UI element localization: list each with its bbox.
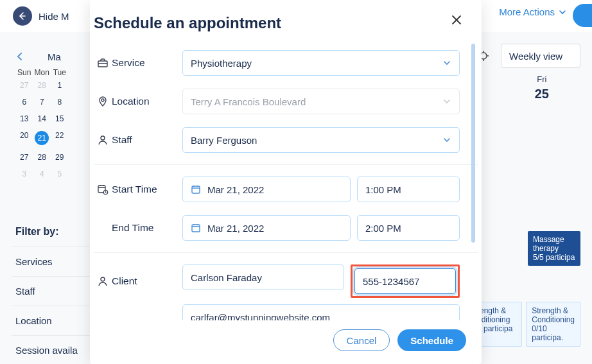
divider — [94, 164, 478, 165]
staff-label: Staff — [112, 134, 182, 146]
svg-rect-6 — [192, 186, 200, 193]
svg-point-8 — [101, 277, 105, 281]
start-date-value: Mar 21, 2022 — [207, 184, 264, 195]
client-name-field[interactable] — [191, 272, 336, 283]
staff-select[interactable]: Barry Ferguson — [182, 127, 460, 153]
schedule-appointment-modal: Schedule an appointment Service Physioth… — [90, 0, 482, 364]
start-time-select[interactable]: 1:00 PM — [357, 177, 460, 202]
end-date-select[interactable]: Mar 21, 2022 — [182, 215, 351, 241]
service-select[interactable]: Physiotherapy — [182, 50, 460, 76]
service-label: Service — [112, 57, 182, 69]
location-value: Terry A Francois Boulevard — [191, 96, 306, 107]
briefcase-icon — [94, 57, 112, 69]
start-time-label: Start Time — [112, 184, 182, 195]
end-time-select[interactable]: 2:00 PM — [357, 215, 460, 241]
staff-value: Barry Ferguson — [191, 135, 257, 146]
scrollbar-thumb[interactable] — [471, 44, 475, 243]
end-date-value: Mar 21, 2022 — [207, 223, 264, 234]
end-time-value: 2:00 PM — [365, 223, 401, 234]
end-time-label: End Time — [112, 222, 182, 234]
modal-title: Schedule an appointment — [94, 14, 281, 32]
cancel-button[interactable]: Cancel — [333, 329, 390, 351]
client-email-field[interactable] — [191, 312, 451, 321]
location-select[interactable]: Terry A Francois Boulevard — [182, 89, 460, 114]
client-label: Client — [112, 275, 182, 287]
svg-rect-7 — [192, 225, 200, 232]
chevron-down-icon — [442, 97, 451, 106]
client-phone-input[interactable] — [354, 268, 456, 294]
modal-footer: Cancel Schedule — [90, 320, 482, 364]
svg-point-2 — [101, 99, 104, 101]
calendar-icon — [191, 223, 201, 233]
divider — [94, 252, 478, 253]
client-name-input[interactable] — [182, 264, 344, 290]
schedule-button[interactable]: Schedule — [397, 329, 466, 351]
person-icon — [94, 134, 112, 146]
client-email-input[interactable] — [182, 304, 460, 320]
close-icon — [451, 14, 462, 26]
calendar-clock-icon — [94, 184, 112, 195]
chevron-down-icon — [442, 135, 451, 144]
location-icon — [94, 96, 112, 107]
start-date-select[interactable]: Mar 21, 2022 — [182, 177, 351, 202]
phone-highlight — [351, 264, 460, 298]
start-time-value: 1:00 PM — [365, 184, 401, 195]
location-label: Location — [112, 96, 182, 107]
close-button[interactable] — [451, 14, 462, 26]
svg-point-3 — [101, 136, 105, 140]
service-value: Physiotherapy — [191, 58, 252, 69]
client-phone-field[interactable] — [363, 276, 448, 287]
chevron-down-icon — [442, 58, 451, 67]
calendar-icon — [191, 184, 201, 195]
modal-overlay: Schedule an appointment Service Physioth… — [0, 0, 592, 364]
person-icon — [94, 275, 112, 287]
